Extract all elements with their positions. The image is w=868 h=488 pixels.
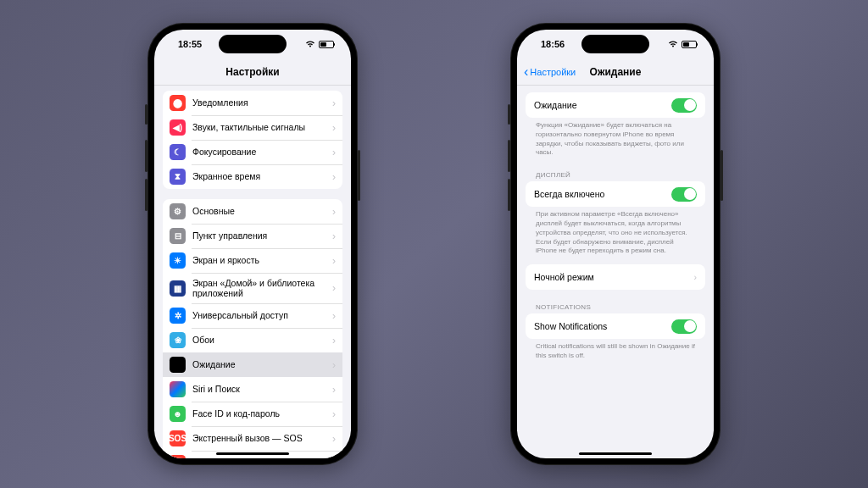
side-button	[358, 150, 360, 201]
chevron-right-icon: ›	[332, 359, 336, 371]
group-notifications: Show Notifications	[526, 313, 705, 339]
side-button	[508, 140, 510, 172]
chevron-right-icon: ›	[332, 335, 336, 347]
chevron-right-icon: ›	[332, 458, 336, 459]
settings-row-faceid[interactable]: ☻Face ID и код-пароль›	[163, 402, 342, 426]
page-title: Настройки	[225, 66, 279, 78]
chevron-right-icon: ›	[332, 171, 336, 183]
screen-time-icon: ⧗	[170, 169, 186, 185]
sos-icon: SOS	[170, 430, 186, 446]
switch-show-notifications[interactable]	[671, 319, 697, 334]
section-notifications: NOTIFICATIONS	[526, 298, 705, 313]
side-button	[508, 104, 510, 125]
back-label: Настройки	[530, 67, 576, 77]
row-show-notifications[interactable]: Show Notifications	[526, 313, 705, 339]
wifi-icon	[668, 41, 678, 47]
row-label: Экран «Домой» и библиотека приложений	[192, 278, 332, 298]
settings-row-home-screen[interactable]: ▦Экран «Домой» и библиотека приложений›	[163, 273, 342, 303]
side-button	[145, 179, 147, 211]
side-button	[145, 140, 147, 172]
chevron-right-icon: ›	[332, 310, 336, 322]
chevron-right-icon: ›	[332, 255, 336, 267]
settings-group: ⬤Уведомления›◀︎)Звуки, тактильные сигнал…	[163, 91, 342, 189]
chevron-right-icon: ›	[332, 122, 336, 134]
notifications-icon: ⬤	[170, 95, 186, 111]
row-label: Ожидание	[534, 100, 671, 110]
settings-row-siri[interactable]: Siri и Поиск›	[163, 377, 342, 402]
navbar: ‹ Настройки Ожидание	[517, 58, 714, 86]
settings-row-sos[interactable]: SOSЭкстренный вызов — SOS›	[163, 426, 342, 451]
settings-row-general[interactable]: ⚙Основные›	[163, 199, 342, 224]
display-icon: ☀	[170, 252, 186, 269]
settings-row-wallpaper[interactable]: ❀Обои›	[163, 328, 342, 352]
row-label: Универсальный доступ	[192, 310, 332, 320]
chevron-right-icon: ›	[332, 147, 336, 158]
section-display: ДИСПЛЕЙ	[526, 166, 705, 181]
phone-left: 18:55 Настройки ⬤Уведомления›◀︎)Звуки, т…	[147, 23, 358, 465]
group-standby: Ожидание	[526, 92, 705, 118]
row-standby[interactable]: Ожидание	[526, 92, 705, 118]
row-label: Ночной режим	[534, 272, 694, 282]
footer-always-on: При активном параметре «Всегда включено»…	[526, 207, 705, 264]
switch-always-on[interactable]	[671, 187, 697, 202]
siri-icon	[170, 381, 186, 397]
back-button[interactable]: ‹ Настройки	[524, 65, 576, 79]
chevron-right-icon: ›	[332, 408, 336, 420]
general-icon: ⚙	[170, 203, 186, 219]
row-label: Show Notifications	[534, 321, 671, 331]
battery-icon	[319, 41, 334, 48]
chevron-right-icon: ›	[332, 230, 336, 242]
footer-notifications: Critical notifications will still be sho…	[526, 339, 705, 369]
home-indicator[interactable]	[216, 452, 289, 456]
settings-row-screen-time[interactable]: ⧗Экранное время›	[163, 164, 342, 189]
chevron-right-icon: ›	[332, 433, 336, 445]
row-night-mode[interactable]: Ночной режим ›	[526, 264, 705, 290]
settings-row-display[interactable]: ☀Экран и яркость›	[163, 248, 342, 273]
row-always-on[interactable]: Всегда включено	[526, 181, 705, 207]
row-label: Всегда включено	[534, 189, 671, 199]
row-label: Пункт управления	[192, 230, 332, 241]
chevron-right-icon: ›	[332, 97, 336, 109]
side-button	[721, 150, 723, 201]
phone-right: 18:56 ‹ Настройки Ожидание Ожидание Функ…	[510, 23, 721, 465]
chevron-right-icon: ›	[694, 272, 698, 282]
row-label: Siri и Поиск	[192, 384, 332, 394]
settings-group: ⚙Основные›⊟Пункт управления›☀Экран и ярк…	[163, 199, 342, 458]
row-label: Основные	[192, 206, 332, 216]
settings-row-notifications[interactable]: ⬤Уведомления›	[163, 91, 342, 115]
settings-list[interactable]: ⬤Уведомления›◀︎)Звуки, тактильные сигнал…	[154, 86, 351, 458]
row-label: Экранное время	[192, 171, 332, 181]
row-label: Ожидание	[192, 359, 332, 369]
control-center-icon: ⊟	[170, 228, 186, 244]
side-button	[508, 179, 510, 211]
row-label: Обои	[192, 335, 332, 345]
settings-row-accessibility[interactable]: ✲Универсальный доступ›	[163, 303, 342, 328]
exposure-icon: ✱	[170, 455, 186, 458]
chevron-left-icon: ‹	[524, 65, 528, 79]
settings-row-sounds[interactable]: ◀︎)Звуки, тактильные сигналы›	[163, 115, 342, 140]
row-label: Face ID и код-пароль	[192, 408, 332, 419]
row-label: Фокусирование	[192, 147, 332, 157]
switch-standby[interactable]	[671, 98, 697, 113]
dynamic-island	[581, 35, 649, 53]
settings-row-control-center[interactable]: ⊟Пункт управления›	[163, 224, 342, 248]
detail-content[interactable]: Ожидание Функция «Ожидание» будет включа…	[517, 86, 714, 458]
home-indicator[interactable]	[579, 452, 652, 456]
row-label: Экстренный вызов — SOS	[192, 433, 332, 443]
group-night: Ночной режим ›	[526, 264, 705, 290]
row-label: Уведомления о контакте	[192, 458, 332, 458]
settings-row-focus[interactable]: ☾Фокусирование›	[163, 140, 342, 164]
row-label: Уведомления	[192, 97, 332, 108]
row-label: Экран и яркость	[192, 255, 332, 265]
standby-icon	[170, 357, 186, 373]
chevron-right-icon: ›	[332, 206, 336, 218]
chevron-right-icon: ›	[332, 384, 336, 396]
chevron-right-icon: ›	[332, 282, 336, 294]
page-title: Ожидание	[590, 66, 642, 78]
home-screen-icon: ▦	[170, 280, 186, 297]
group-display: Всегда включено	[526, 181, 705, 207]
dynamic-island	[219, 35, 287, 53]
battery-icon	[682, 41, 697, 48]
settings-row-standby[interactable]: Ожидание›	[163, 352, 342, 377]
sounds-icon: ◀︎)	[170, 119, 186, 136]
